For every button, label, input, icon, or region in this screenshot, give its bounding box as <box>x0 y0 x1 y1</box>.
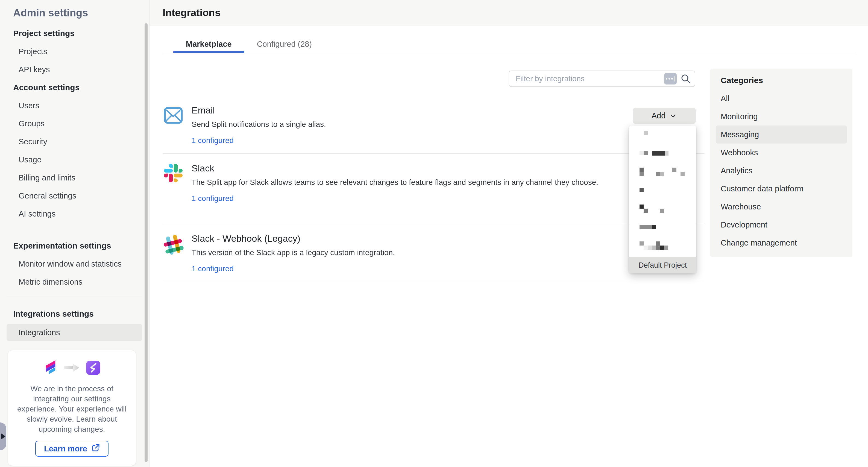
sidebar-item-usage[interactable]: Usage <box>0 151 149 169</box>
sidebar-item-metric-dimensions[interactable]: Metric dimensions <box>0 273 149 291</box>
tab-configured[interactable]: Configured (28) <box>244 36 325 52</box>
add-dropdown-menu: Default Project <box>629 125 696 273</box>
integration-name: Slack <box>192 163 598 174</box>
command-hint-icon <box>664 73 677 85</box>
edge-expand-handle[interactable] <box>0 422 6 450</box>
categories-panel: Categories All Monitoring Messaging Webh… <box>710 69 852 257</box>
play-arrow-icon <box>1 433 5 440</box>
row-divider <box>163 224 705 224</box>
search-icon[interactable] <box>681 74 691 84</box>
external-link-icon <box>92 444 100 454</box>
configured-link[interactable]: 1 configured <box>192 194 234 203</box>
category-customer-data-platform[interactable]: Customer data platform <box>710 180 852 198</box>
section-header-experimentation-settings: Experimentation settings <box>0 237 149 255</box>
integration-name: Email <box>192 105 326 116</box>
integration-name: Slack - Webhook (Legacy) <box>192 233 395 244</box>
integration-description: Send Split notifications to a single ali… <box>192 118 326 130</box>
sidebar-item-security[interactable]: Security <box>0 133 149 151</box>
notice-message: We are in the process of integrating our… <box>15 384 128 434</box>
sidebar-item-api-keys[interactable]: API keys <box>0 60 149 79</box>
sidebar-item-integrations[interactable]: Integrations <box>6 324 142 341</box>
main-content: Integrations Marketplace Configured (28) <box>150 0 868 467</box>
migration-logos <box>8 359 136 377</box>
sidebar-item-general-settings[interactable]: General settings <box>0 187 149 205</box>
tab-marketplace[interactable]: Marketplace <box>173 36 244 52</box>
integration-row-email: Email Send Split notifications to a sing… <box>163 105 326 145</box>
sidebar-item-billing-and-limits[interactable]: Billing and limits <box>0 169 149 187</box>
integration-description: The Split app for Slack allows teams to … <box>192 176 598 188</box>
email-icon <box>163 105 184 145</box>
split-logo-icon <box>43 359 58 377</box>
category-all[interactable]: All <box>710 89 852 108</box>
sidebar-divider <box>6 229 142 229</box>
new-app-purple-icon <box>86 360 100 376</box>
category-webhooks[interactable]: Webhooks <box>710 144 852 162</box>
sidebar-scrollbar[interactable] <box>145 23 148 462</box>
sidebar-item-ai-settings[interactable]: AI settings <box>0 205 149 223</box>
row-divider <box>163 153 705 154</box>
arrow-right-icon <box>64 363 80 373</box>
categories-title: Categories <box>721 76 852 85</box>
learn-more-label: Learn more <box>44 444 87 453</box>
category-warehouse[interactable]: Warehouse <box>710 198 852 216</box>
learn-more-button[interactable]: Learn more <box>35 441 108 457</box>
section-header-account-settings: Account settings <box>0 79 149 96</box>
integration-description: This version of the Slack app is a legac… <box>192 246 395 258</box>
chevron-down-icon <box>669 112 677 120</box>
filter-input[interactable] <box>515 74 664 83</box>
section-header-project-settings: Project settings <box>0 24 149 42</box>
configured-link[interactable]: 1 configured <box>192 264 234 273</box>
default-project-menu-item[interactable]: Default Project <box>629 257 696 273</box>
category-monitoring[interactable]: Monitoring <box>710 108 852 125</box>
page-header: Integrations <box>150 0 868 26</box>
slack-icon <box>163 163 184 203</box>
sidebar-item-users[interactable]: Users <box>0 96 149 115</box>
sidebar-title: Admin settings <box>0 0 149 21</box>
row-divider <box>163 282 705 282</box>
sidebar-item-projects[interactable]: Projects <box>0 42 149 60</box>
tab-bar: Marketplace Configured (28) <box>173 36 868 52</box>
category-analytics[interactable]: Analytics <box>710 162 852 180</box>
configured-link[interactable]: 1 configured <box>192 136 234 145</box>
sidebar-item-groups[interactable]: Groups <box>0 115 149 133</box>
admin-sidebar: Admin settings Project settings Projects… <box>0 0 150 467</box>
add-dropdown-redacted <box>629 125 696 257</box>
category-change-management[interactable]: Change management <box>710 234 852 252</box>
category-messaging[interactable]: Messaging <box>716 125 847 144</box>
settings-migration-notice-card: We are in the process of integrating our… <box>8 350 136 466</box>
section-header-integrations-settings: Integrations settings <box>0 305 149 323</box>
category-development[interactable]: Development <box>710 216 852 234</box>
integration-row-slack: Slack The Split app for Slack allows tea… <box>163 163 598 203</box>
slack-legacy-icon <box>163 233 184 273</box>
page-title: Integrations <box>163 7 221 19</box>
integration-row-slack-webhook-legacy: Slack - Webhook (Legacy) This version of… <box>163 233 395 273</box>
sidebar-item-monitor-window[interactable]: Monitor window and statistics <box>0 255 149 273</box>
add-button-label: Add <box>652 111 666 120</box>
add-button[interactable]: Add <box>633 108 696 124</box>
filter-box <box>508 70 695 87</box>
